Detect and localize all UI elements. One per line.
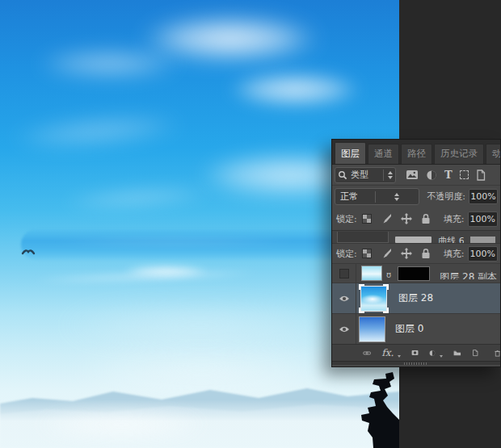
layer-name: 图层 0	[395, 322, 423, 336]
eye-off-box	[339, 269, 349, 278]
tab-actions[interactable]: 动作	[486, 144, 501, 164]
filter-pixel-layers-icon[interactable]	[406, 170, 419, 180]
cloud	[105, 6, 356, 71]
occluded-thumbnail	[395, 237, 432, 243]
add-layer-mask-icon[interactable]	[411, 348, 419, 358]
lock-all-icon[interactable]	[421, 213, 431, 224]
layer-row-background[interactable]: 图层 0	[332, 313, 500, 344]
layer-name: 图层 28 副本	[440, 268, 497, 279]
cloud	[8, 44, 210, 83]
cloud	[202, 65, 388, 115]
blend-mode-select[interactable]: 正常	[335, 188, 419, 205]
layer-mask-thumbnail[interactable]	[398, 266, 430, 281]
new-group-icon[interactable]	[453, 349, 461, 358]
cloud	[0, 103, 219, 161]
filter-shape-layers-icon[interactable]	[460, 170, 469, 179]
lock-transparency-icon[interactable]	[362, 214, 372, 224]
lock-pixels-brush-icon[interactable]	[380, 213, 392, 225]
panel-tab-bar: 图层 通道 路径 历史记录 动作	[332, 140, 500, 165]
link-layers-icon[interactable]	[363, 350, 371, 357]
lock-row-second: 锁定: 填充: 100%	[332, 243, 500, 263]
lock-row: 锁定: 填充: 100%	[332, 207, 500, 230]
chevron-down-icon	[398, 355, 401, 358]
visibility-toggle[interactable]	[332, 314, 356, 344]
lock-position-move-icon[interactable]	[400, 247, 413, 260]
photoshop-workspace: 图层 通道 路径 历史记录 动作 类型	[0, 0, 501, 448]
blend-mode-value: 正常	[340, 191, 375, 203]
search-icon	[338, 170, 347, 180]
cloud	[32, 178, 242, 217]
lock-label: 锁定:	[336, 248, 357, 260]
opacity-input[interactable]: 100%	[469, 189, 498, 204]
tab-channels[interactable]: 通道	[368, 144, 399, 164]
cliff-silhouette	[346, 370, 399, 448]
fill-label: 填充:	[444, 213, 465, 225]
bird-silhouette	[21, 247, 36, 257]
eye-icon	[339, 325, 350, 333]
chevron-updown-icon	[383, 170, 393, 181]
filter-adjustment-layers-icon[interactable]	[426, 170, 437, 181]
panel-footer: fx.	[332, 344, 500, 361]
mask-link-icon: ʊ	[386, 270, 391, 278]
blend-mode-row: 正常 不透明度: 100%	[332, 186, 500, 207]
occluded-thumbnail	[470, 237, 495, 243]
eye-icon	[339, 295, 350, 303]
layer-style-icon[interactable]: fx.	[381, 347, 394, 358]
tab-history[interactable]: 历史记录	[434, 144, 484, 164]
chevron-updown-icon	[375, 191, 415, 203]
layers-panel: 图层 通道 路径 历史记录 动作 类型	[331, 139, 501, 367]
tab-paths[interactable]: 路径	[401, 144, 432, 164]
lock-transparency-icon[interactable]	[362, 249, 372, 258]
new-adjustment-layer-icon[interactable]	[429, 348, 436, 358]
cloud	[0, 266, 307, 287]
fill-label: 填充:	[444, 248, 465, 260]
lock-pixels-brush-icon[interactable]	[380, 248, 392, 260]
filter-kind-label: 类型	[351, 169, 368, 181]
lock-all-icon[interactable]	[421, 248, 431, 259]
fog-layer	[0, 400, 399, 448]
layer-filter-row: 类型 T	[332, 165, 500, 186]
lock-label: 锁定:	[336, 213, 357, 225]
occluded-layer-name: 曲线 6	[438, 233, 464, 243]
layer-row-copy[interactable]: ʊ 图层 28 副本	[332, 263, 500, 283]
delete-layer-icon[interactable]	[495, 348, 500, 358]
filter-smart-objects-icon[interactable]	[476, 170, 486, 181]
occluded-dropdown	[337, 232, 389, 243]
fill-input[interactable]: 100%	[468, 211, 498, 227]
tab-layers[interactable]: 图层	[335, 142, 366, 164]
filter-kind-select[interactable]: 类型	[335, 167, 396, 183]
smudged-selection-band	[21, 229, 333, 260]
visibility-toggle[interactable]	[332, 283, 356, 313]
layer-thumbnail[interactable]	[359, 316, 385, 342]
occluded-panel-sliver: 曲线 6	[332, 230, 500, 243]
new-layer-icon[interactable]	[472, 347, 478, 358]
cloud	[105, 263, 226, 279]
opacity-label: 不透明度:	[427, 191, 465, 203]
layer-row-selected[interactable]: 图层 28	[332, 283, 500, 313]
selection-frame	[359, 284, 389, 313]
lock-position-move-icon[interactable]	[400, 212, 413, 225]
filter-type-layers-icon[interactable]: T	[444, 169, 453, 181]
fill-input[interactable]: 100%	[468, 246, 498, 262]
visibility-toggle[interactable]	[332, 264, 356, 283]
chevron-down-icon	[440, 355, 443, 358]
layer-name: 图层 28	[398, 291, 433, 305]
panel-resize-grip[interactable]	[332, 361, 500, 365]
layer-thumbnail[interactable]	[361, 266, 382, 281]
